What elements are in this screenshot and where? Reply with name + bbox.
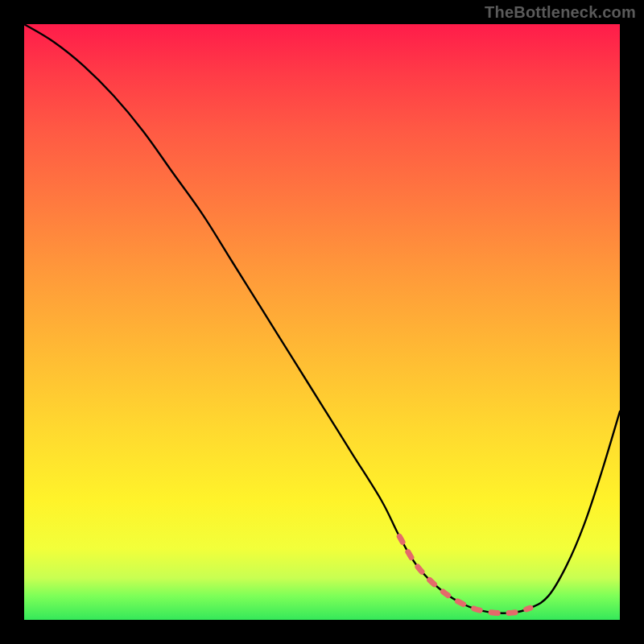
optimal-range-marker (399, 536, 530, 613)
chart-svg (24, 24, 620, 620)
plot-area (24, 24, 620, 620)
chart-frame: TheBottleneck.com (0, 0, 644, 644)
bottleneck-curve (24, 24, 620, 613)
watermark-text: TheBottleneck.com (485, 3, 636, 22)
